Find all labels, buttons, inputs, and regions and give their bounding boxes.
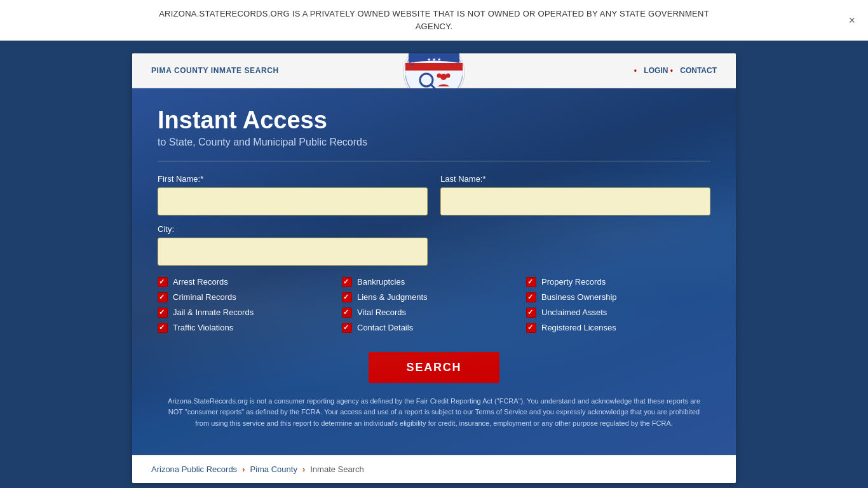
checkbox-label: Property Records bbox=[541, 277, 606, 287]
checkbox-item: Business Ownership bbox=[526, 292, 710, 302]
checkbox-checked[interactable] bbox=[526, 323, 536, 333]
checkbox-checked[interactable] bbox=[158, 308, 168, 318]
login-dot: • bbox=[634, 66, 637, 75]
breadcrumb-link-2[interactable]: Pima County bbox=[250, 464, 297, 474]
card-header: PIMA COUNTY INMATE SEARCH ★ ★ ★ bbox=[132, 53, 736, 88]
checkbox-item: Registered Licenses bbox=[526, 323, 710, 333]
checkbox-item: Bankruptcies bbox=[342, 277, 526, 287]
checkbox-col-2: BankruptciesLiens & JudgmentsVital Recor… bbox=[342, 277, 526, 338]
nav-links: • LOGIN • CONTACT bbox=[634, 66, 717, 75]
checkbox-item: Criminal Records bbox=[158, 292, 342, 302]
checkbox-item: Liens & Judgments bbox=[342, 292, 526, 302]
checkbox-label: Vital Records bbox=[357, 308, 406, 317]
svg-point-9 bbox=[446, 74, 451, 78]
checkbox-label: Unclaimed Assets bbox=[541, 308, 607, 317]
divider bbox=[158, 161, 710, 161]
last-name-input[interactable] bbox=[440, 187, 710, 215]
contact-dot: • bbox=[670, 66, 673, 75]
site-title: PIMA COUNTY INMATE SEARCH bbox=[151, 66, 279, 75]
checkbox-checked[interactable] bbox=[526, 292, 536, 302]
search-button[interactable]: SEARCH bbox=[369, 352, 500, 383]
checkbox-checked[interactable] bbox=[158, 277, 168, 287]
breadcrumb-sep-1: › bbox=[242, 464, 245, 474]
checkbox-checked[interactable] bbox=[526, 308, 536, 318]
checkbox-section: Arrest RecordsCriminal RecordsJail & Inm… bbox=[158, 277, 710, 338]
checkbox-item: Jail & Inmate Records bbox=[158, 308, 342, 318]
login-link[interactable]: LOGIN bbox=[644, 66, 668, 75]
checkbox-checked[interactable] bbox=[158, 292, 168, 302]
hero-subheading: to State, County and Municipal Public Re… bbox=[158, 137, 710, 148]
checkbox-label: Arrest Records bbox=[173, 277, 228, 287]
checkbox-checked[interactable] bbox=[342, 323, 352, 333]
checkbox-label: Liens & Judgments bbox=[357, 292, 428, 302]
breadcrumb-link-1[interactable]: Arizona Public Records bbox=[151, 464, 237, 474]
checkbox-item: Traffic Violations bbox=[158, 323, 342, 333]
svg-point-7 bbox=[440, 74, 447, 80]
checkbox-label: Registered Licenses bbox=[541, 323, 616, 332]
checkbox-checked[interactable] bbox=[526, 277, 536, 287]
checkbox-label: Traffic Violations bbox=[173, 323, 233, 332]
breadcrumb-sep-2: › bbox=[302, 464, 305, 474]
search-button-wrap: SEARCH bbox=[158, 352, 710, 383]
name-row: First Name:* Last Name:* bbox=[158, 174, 710, 215]
main-card: PIMA COUNTY INMATE SEARCH ★ ★ ★ bbox=[132, 53, 736, 483]
checkbox-label: Contact Details bbox=[357, 323, 413, 332]
svg-text:★ ★ ★: ★ ★ ★ bbox=[427, 57, 441, 62]
svg-rect-3 bbox=[405, 71, 463, 76]
city-row: City: bbox=[158, 224, 710, 266]
disclaimer-text: Arizona.StateRecords.org is not a consum… bbox=[164, 396, 704, 430]
first-name-input[interactable] bbox=[158, 187, 428, 215]
checkbox-col-3: Property RecordsBusiness OwnershipUnclai… bbox=[526, 277, 710, 338]
hero-heading: Instant Access bbox=[158, 107, 710, 134]
checkbox-item: Vital Records bbox=[342, 308, 526, 318]
card-body: Instant Access to State, County and Muni… bbox=[132, 88, 736, 455]
first-name-group: First Name:* bbox=[158, 174, 428, 215]
checkbox-label: Jail & Inmate Records bbox=[173, 308, 254, 317]
last-name-group: Last Name:* bbox=[440, 174, 710, 215]
checkbox-item: Property Records bbox=[526, 277, 710, 287]
card-footer: Arizona Public Records › Pima County › I… bbox=[132, 455, 736, 483]
checkbox-label: Business Ownership bbox=[541, 292, 617, 302]
last-name-label: Last Name:* bbox=[440, 174, 710, 184]
checkbox-label: Criminal Records bbox=[173, 292, 236, 302]
page-background: PIMA COUNTY INMATE SEARCH ★ ★ ★ bbox=[0, 41, 868, 488]
contact-link[interactable]: CONTACT bbox=[680, 66, 717, 75]
checkbox-checked[interactable] bbox=[342, 277, 352, 287]
checkbox-item: Contact Details bbox=[342, 323, 526, 333]
checkbox-item: Unclaimed Assets bbox=[526, 308, 710, 318]
checkbox-label: Bankruptcies bbox=[357, 277, 405, 287]
close-banner-button[interactable]: × bbox=[848, 15, 855, 26]
svg-point-8 bbox=[437, 74, 442, 78]
checkbox-col-1: Arrest RecordsCriminal RecordsJail & Inm… bbox=[158, 277, 342, 338]
city-input[interactable] bbox=[158, 238, 428, 266]
checkbox-checked[interactable] bbox=[342, 308, 352, 318]
notice-banner: ARIZONA.STATERECORDS.ORG IS A PRIVATELY … bbox=[0, 0, 868, 41]
breadcrumb-current: Inmate Search bbox=[310, 464, 364, 474]
first-name-label: First Name:* bbox=[158, 174, 428, 184]
disclaimer-content: Arizona.StateRecords.org is not a consum… bbox=[168, 397, 700, 427]
city-group: City: bbox=[158, 224, 428, 266]
checkbox-item: Arrest Records bbox=[158, 277, 342, 287]
checkbox-checked[interactable] bbox=[342, 292, 352, 302]
city-label: City: bbox=[158, 224, 428, 234]
checkbox-checked[interactable] bbox=[158, 323, 168, 333]
banner-text: ARIZONA.STATERECORDS.ORG IS A PRIVATELY … bbox=[148, 8, 720, 32]
